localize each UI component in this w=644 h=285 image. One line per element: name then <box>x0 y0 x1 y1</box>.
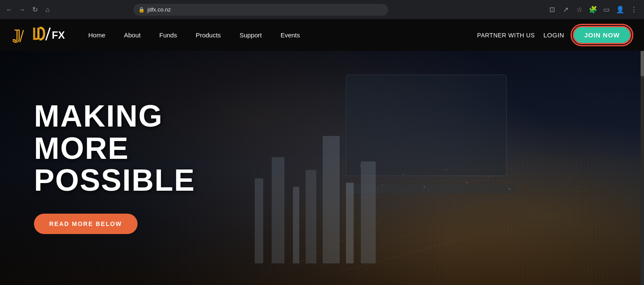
hero-section: MAKING MORE POSSIBLE READ MORE BELOW <box>0 51 644 285</box>
svg-rect-1 <box>33 28 35 40</box>
svg-line-0 <box>20 30 23 42</box>
login-link[interactable]: LOGIN <box>543 31 564 39</box>
hero-title-line1: MAKING <box>34 99 163 133</box>
nav-about[interactable]: About <box>115 19 150 51</box>
extensions-icon[interactable]: 🧩 <box>587 4 599 16</box>
forward-button[interactable]: → <box>17 5 27 15</box>
sidebar-icon[interactable]: ▭ <box>601 4 613 16</box>
lock-icon: 🔒 <box>138 7 145 13</box>
browser-nav-buttons: ← → ↻ ⌂ <box>4 5 53 15</box>
svg-rect-3 <box>37 28 39 40</box>
navbar: FX Home About Funds Products Support Eve… <box>0 19 644 51</box>
scrollbar[interactable] <box>641 19 644 285</box>
menu-icon[interactable]: ⋮ <box>628 4 640 16</box>
browser-actions: ⊡ ↗ ☆ 🧩 ▭ 👤 ⋮ <box>546 4 640 16</box>
back-button[interactable]: ← <box>4 5 14 15</box>
nav-support[interactable]: Support <box>230 19 271 51</box>
browser-chrome: ← → ↻ ⌂ 🔒 jdfx.co.nz ⊡ ↗ ☆ 🧩 ▭ 👤 ⋮ <box>0 0 644 19</box>
nav-products[interactable]: Products <box>186 19 230 51</box>
logo-icon <box>13 27 31 43</box>
hero-title-line2: MORE <box>34 131 129 165</box>
hero-content: MAKING MORE POSSIBLE READ MORE BELOW <box>34 100 195 234</box>
nav-funds[interactable]: Funds <box>150 19 186 51</box>
nav-home[interactable]: Home <box>79 19 115 51</box>
star-icon[interactable]: ☆ <box>574 4 585 16</box>
nav-events[interactable]: Events <box>271 19 309 51</box>
svg-line-4 <box>46 28 50 40</box>
nav-links: Home About Funds Products Support Events <box>79 19 477 51</box>
partner-with-us-link[interactable]: PARTNER WITH US <box>477 32 535 39</box>
profile-icon[interactable]: 👤 <box>614 4 626 16</box>
screenshot-icon[interactable]: ⊡ <box>546 4 558 16</box>
hero-title-line3: POSSIBLE <box>34 163 195 197</box>
hero-title: MAKING MORE POSSIBLE <box>34 100 195 197</box>
jdfx-svg: FX <box>32 27 70 44</box>
logo[interactable]: FX <box>13 27 70 44</box>
share-icon[interactable]: ↗ <box>560 4 572 16</box>
address-bar[interactable]: 🔒 jdfx.co.nz <box>133 4 388 16</box>
url-text: jdfx.co.nz <box>147 6 171 13</box>
svg-text:FX: FX <box>52 29 65 41</box>
read-more-button[interactable]: READ MORE BELOW <box>34 214 138 234</box>
join-now-button[interactable]: JOIN NOW <box>573 26 631 44</box>
refresh-button[interactable]: ↻ <box>30 5 40 15</box>
svg-rect-2 <box>33 38 37 40</box>
home-button[interactable]: ⌂ <box>42 5 53 15</box>
nav-right: PARTNER WITH US LOGIN JOIN NOW <box>477 26 631 44</box>
